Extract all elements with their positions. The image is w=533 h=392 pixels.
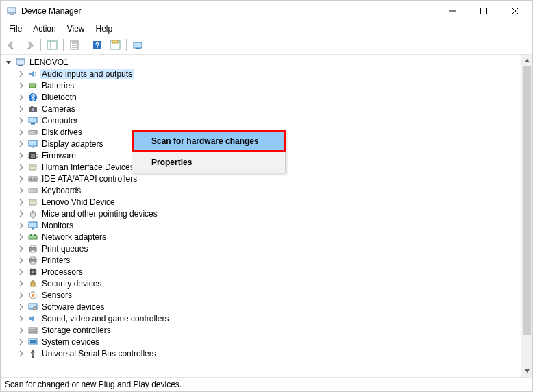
tree-category-node[interactable]: System devices (16, 336, 521, 347)
tree-category-label: Sensors (40, 291, 73, 300)
menu-action[interactable]: Action (27, 23, 61, 35)
expand-icon[interactable] (16, 267, 27, 278)
expand-icon[interactable] (16, 173, 27, 184)
properties-button[interactable] (66, 38, 83, 53)
toolbar-separator (40, 39, 41, 51)
tree-category-node[interactable]: Storage controllers (16, 324, 521, 336)
device-manager-icon (6, 5, 17, 16)
svg-rect-26 (31, 106, 33, 107)
toolbar-separator (86, 39, 86, 51)
printer-icon (27, 255, 38, 266)
tree-category-node[interactable]: Batteries (16, 79, 521, 91)
tree-category-label: Human Interface Devices (40, 162, 136, 172)
tree-category-node[interactable]: Cameras (16, 103, 521, 114)
expand-icon[interactable] (16, 92, 27, 103)
expand-icon[interactable] (16, 150, 27, 161)
expand-icon[interactable] (16, 69, 27, 79)
menu-help[interactable]: Help (90, 23, 119, 35)
help-button[interactable]: ? (89, 38, 106, 53)
tree-category-node[interactable]: Bluetooth (16, 91, 521, 103)
tree-category-node[interactable]: Network adapters (16, 231, 521, 243)
tree-root-node[interactable]: LENOVO1 (3, 56, 521, 68)
expand-icon[interactable] (16, 255, 27, 266)
devices-by-connection-button[interactable] (129, 38, 146, 53)
ide-icon (27, 173, 38, 184)
menu-file[interactable]: File (3, 23, 27, 35)
statusbar: Scan for changed or new Plug and Play de… (1, 378, 532, 391)
tree-category-node[interactable]: Printers (16, 254, 521, 266)
expand-icon[interactable] (16, 348, 27, 359)
status-text: Scan for changed or new Plug and Play de… (5, 380, 182, 389)
expand-icon[interactable] (16, 162, 27, 173)
menu-view[interactable]: View (62, 23, 90, 35)
expand-icon[interactable] (16, 278, 27, 289)
expand-icon[interactable] (16, 232, 27, 243)
expand-icon[interactable] (16, 185, 27, 196)
svg-rect-63 (32, 271, 34, 273)
close-button[interactable] (499, 1, 531, 21)
expand-icon[interactable] (16, 325, 27, 336)
tree-category-node[interactable]: Sound, video and game controllers (16, 313, 521, 324)
svg-rect-51 (29, 222, 37, 228)
expand-icon[interactable] (16, 336, 27, 347)
svg-rect-21 (29, 84, 36, 88)
tree-category-node[interactable]: Sensors (16, 289, 521, 301)
svg-rect-39 (29, 164, 36, 170)
tree-category-node[interactable]: Security devices (16, 278, 521, 289)
svg-point-74 (32, 294, 34, 297)
scroll-thumb[interactable] (523, 66, 531, 335)
expand-icon[interactable] (16, 243, 27, 254)
tree-category-node[interactable]: Monitors (16, 219, 521, 231)
vertical-scrollbar[interactable] (521, 55, 532, 377)
scan-hardware-button[interactable] (107, 38, 123, 53)
svg-rect-17 (136, 48, 140, 49)
svg-rect-16 (134, 42, 142, 48)
ctx-scan-hardware[interactable]: Scan for hardware changes (134, 132, 284, 150)
tree-category-node[interactable]: Mice and other pointing devices (16, 208, 521, 219)
show-hide-console-tree-button[interactable] (44, 38, 60, 53)
tree-root-label: LENOVO1 (28, 58, 70, 67)
menubar: File Action View Help (1, 21, 532, 36)
expand-icon[interactable] (16, 138, 27, 149)
scroll-up-arrow[interactable] (521, 55, 532, 66)
expand-icon[interactable] (16, 220, 27, 231)
expand-icon[interactable] (16, 208, 27, 219)
ctx-separator (134, 151, 283, 152)
svg-rect-1 (10, 14, 14, 15)
expand-icon[interactable] (16, 290, 27, 301)
tree-category-label: Batteries (40, 81, 75, 90)
battery-icon (27, 80, 38, 91)
scroll-track[interactable] (521, 66, 532, 365)
device-tree[interactable]: LENOVO1Audio inputs and outputsBatteries… (1, 55, 521, 360)
svg-rect-3 (481, 8, 487, 14)
expand-icon[interactable] (16, 302, 27, 313)
tree-category-node[interactable]: Audio inputs and outputs (16, 68, 521, 79)
expand-icon[interactable] (16, 103, 27, 114)
svg-rect-22 (36, 85, 37, 86)
minimize-button[interactable] (436, 1, 468, 21)
tree-category-node[interactable]: Universal Serial Bus controllers (16, 347, 521, 359)
forward-button[interactable] (21, 38, 38, 53)
svg-rect-15 (112, 40, 118, 43)
tree-category-node[interactable]: Computer (16, 114, 521, 126)
expand-icon[interactable] (16, 80, 27, 91)
ctx-properties[interactable]: Properties (134, 154, 284, 171)
collapse-icon[interactable] (3, 57, 14, 68)
expand-icon[interactable] (16, 127, 27, 138)
tree-category-label: Universal Serial Bus controllers (40, 349, 158, 358)
printer-icon (27, 243, 38, 254)
scroll-down-arrow[interactable] (521, 365, 532, 377)
expand-icon[interactable] (16, 115, 27, 126)
expand-icon[interactable] (16, 197, 27, 208)
tree-category-node[interactable]: IDE ATA/ATAPI controllers (16, 173, 521, 184)
tree-category-node[interactable]: Lenovo Vhid Device (16, 196, 521, 208)
tree-category-node[interactable]: Print queues (16, 243, 521, 254)
tree-category-label: Software devices (40, 302, 106, 312)
maximize-button[interactable] (468, 1, 499, 21)
expand-icon[interactable] (16, 313, 27, 324)
tree-category-node[interactable]: Processors (16, 266, 521, 278)
svg-rect-0 (8, 8, 16, 13)
tree-category-node[interactable]: Keyboards (16, 184, 521, 196)
tree-category-node[interactable]: Software devices (16, 301, 521, 313)
back-button[interactable] (3, 38, 20, 53)
